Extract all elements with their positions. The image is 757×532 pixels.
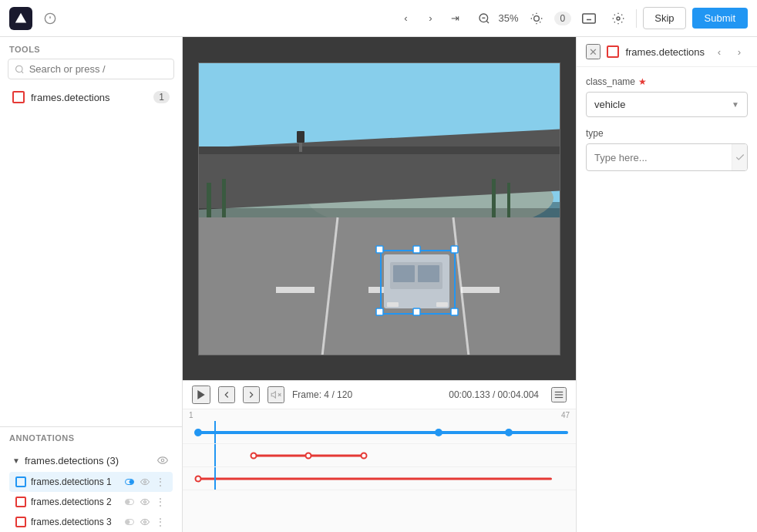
timeline-numbers: 1 47 (183, 409, 576, 421)
timeline-keyframe (435, 429, 442, 436)
annotations-header: ANNOTATIONS (0, 427, 182, 449)
right-panel-body: class_name ★ vehicle ▼ type (577, 67, 757, 191)
annotation-label: frames.detections 2 (31, 497, 119, 507)
timeline-keyframe-red (360, 452, 367, 459)
timeline-keyframe-red (305, 452, 312, 459)
video-area (183, 37, 576, 380)
svg-line-10 (532, 14, 533, 15)
timeline-keyframe-red (250, 452, 257, 459)
type-input-wrap (586, 143, 748, 171)
svg-rect-63 (413, 308, 420, 315)
zoom-controls: 35% (473, 7, 519, 30)
timeline-area: 1 47 (183, 409, 576, 532)
annotation-group: ▼ frames.detections (3) frames.detection… (0, 449, 182, 532)
svg-point-21 (16, 66, 22, 72)
more-icon[interactable]: ⋮ (154, 496, 167, 508)
svg-marker-65 (271, 392, 275, 398)
svg-rect-45 (207, 183, 211, 217)
svg-rect-14 (583, 14, 596, 23)
svg-point-32 (144, 521, 146, 524)
search-box[interactable] (8, 59, 174, 79)
more-icon[interactable]: ⋮ (154, 516, 167, 528)
close-button[interactable]: ✕ (586, 44, 601, 59)
class-name-dropdown[interactable]: vehicle ▼ (586, 92, 748, 117)
eye-icon[interactable] (139, 496, 151, 508)
svg-marker-64 (197, 390, 204, 399)
svg-rect-39 (199, 217, 560, 355)
class-name-label: class_name ★ (586, 76, 748, 87)
next-button[interactable] (243, 386, 260, 403)
annotation-actions: ⋮ (123, 516, 167, 528)
timeline-bar-3 (198, 477, 552, 480)
svg-rect-50 (297, 131, 304, 143)
pin-icon[interactable] (39, 7, 62, 30)
annotation-color-box (15, 497, 26, 507)
toggle-icon[interactable] (123, 516, 136, 528)
counter-badge: 0 (554, 12, 572, 25)
type-input[interactable] (587, 146, 732, 170)
svg-rect-37 (199, 146, 560, 154)
chevron-down-icon: ▼ (12, 456, 20, 465)
svg-rect-59 (451, 246, 458, 253)
visibility-icon[interactable] (156, 453, 170, 467)
right-nav: ‹ › (711, 43, 748, 60)
svg-point-23 (161, 459, 164, 462)
svg-rect-58 (376, 246, 383, 253)
road-scene-svg (199, 63, 560, 355)
svg-point-7 (533, 15, 539, 21)
right-panel-checkbox[interactable] (607, 45, 619, 58)
eye-icon[interactable] (139, 516, 151, 528)
right-panel-header: ✕ frames.detections ‹ › (577, 37, 757, 67)
search-icon (15, 64, 25, 75)
timeline-row-2 (183, 444, 576, 467)
annotation-items: frames.detections 1 ⋮ (6, 472, 176, 532)
timeline-keyframe (194, 429, 202, 436)
skip-button[interactable]: Skip (643, 7, 685, 29)
type-confirm-button[interactable] (732, 144, 747, 170)
svg-point-29 (144, 501, 146, 503)
tool-color-indicator (12, 91, 25, 103)
annotation-item[interactable]: frames.detections 2 ⋮ (9, 492, 173, 512)
type-label: type (586, 128, 748, 139)
timeline-settings-button[interactable] (551, 387, 567, 402)
tool-item[interactable]: frames.detections 1 (6, 86, 176, 109)
search-input[interactable] (29, 63, 167, 75)
annotation-item[interactable]: frames.detections 1 ⋮ (9, 472, 173, 492)
prev-button[interactable] (218, 386, 235, 403)
tool-count: 1 (153, 91, 170, 103)
frame-label: Frame: 4 / 120 (292, 389, 352, 400)
svg-rect-40 (276, 287, 315, 293)
timeline-keyframe (505, 429, 513, 436)
submit-button[interactable]: Submit (692, 8, 748, 29)
zoom-out-button[interactable] (473, 7, 496, 30)
annotation-item[interactable]: frames.detections 3 ⋮ (9, 512, 173, 532)
svg-point-20 (617, 17, 620, 20)
annotation-actions: ⋮ (123, 496, 167, 508)
volume-button[interactable] (267, 386, 284, 403)
brightness-button[interactable] (525, 7, 548, 30)
toggle-icon[interactable] (123, 476, 136, 488)
keyboard-button[interactable] (577, 7, 601, 30)
time-display: 00:00.133 / 00:04.004 (449, 389, 539, 400)
toggle-icon[interactable] (123, 496, 136, 508)
svg-rect-55 (387, 302, 399, 307)
right-next-button[interactable]: › (731, 43, 748, 60)
prev-frame-button[interactable]: ‹ (395, 8, 417, 29)
annotation-group-header[interactable]: ▼ frames.detections (3) (6, 449, 176, 472)
playhead (214, 467, 216, 490)
settings-button[interactable] (607, 7, 630, 30)
right-prev-button[interactable]: ‹ (711, 43, 728, 60)
annotation-label: frames.detections 3 (31, 517, 119, 527)
svg-point-25 (130, 480, 133, 484)
svg-line-22 (22, 71, 23, 72)
play-button[interactable] (192, 386, 210, 404)
last-frame-button[interactable]: ⇥ (445, 8, 466, 29)
right-panel: ✕ frames.detections ‹ › class_name ★ veh… (576, 37, 757, 532)
svg-rect-62 (413, 246, 420, 253)
next-frame-button[interactable]: › (420, 8, 442, 29)
more-icon[interactable]: ⋮ (154, 476, 167, 488)
svg-point-26 (144, 481, 146, 483)
svg-rect-48 (507, 183, 510, 217)
eye-icon[interactable] (139, 476, 151, 488)
svg-marker-0 (15, 12, 26, 22)
